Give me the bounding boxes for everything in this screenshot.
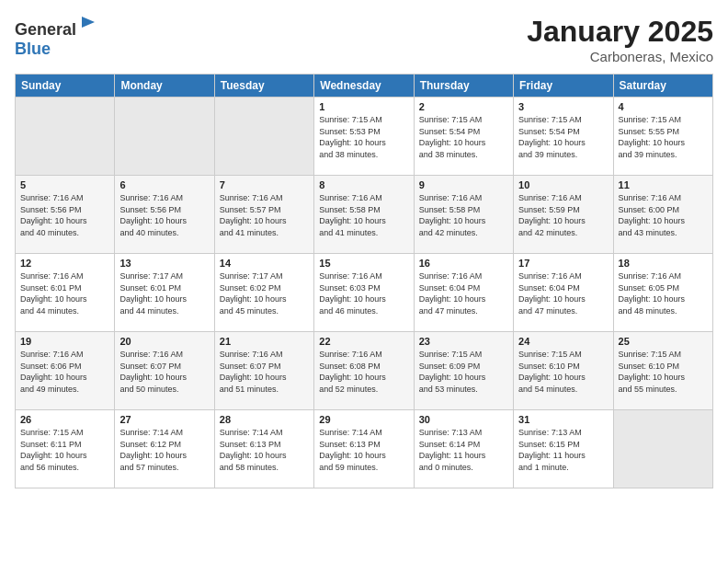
calendar-day-cell: 21Sunrise: 7:16 AM Sunset: 6:07 PM Dayli… (214, 332, 313, 410)
page-header: General Blue January 2025 Carboneras, Me… (15, 15, 713, 64)
day-of-week-header: Thursday (414, 75, 513, 98)
day-info: Sunrise: 7:13 AM Sunset: 6:15 PM Dayligh… (518, 427, 608, 473)
day-number: 10 (518, 179, 608, 190)
calendar-day-cell: 7Sunrise: 7:16 AM Sunset: 5:57 PM Daylig… (214, 176, 313, 254)
logo-flag-icon (78, 15, 98, 35)
calendar-day-cell: 14Sunrise: 7:17 AM Sunset: 6:02 PM Dayli… (214, 254, 313, 332)
logo-general: General (15, 20, 76, 39)
day-of-week-header: Wednesday (314, 75, 414, 98)
day-info: Sunrise: 7:16 AM Sunset: 6:04 PM Dayligh… (518, 270, 608, 316)
day-info: Sunrise: 7:14 AM Sunset: 6:13 PM Dayligh… (220, 427, 309, 473)
day-of-week-header: Saturday (613, 75, 712, 98)
month-title: January 2025 (527, 15, 713, 49)
day-info: Sunrise: 7:16 AM Sunset: 6:08 PM Dayligh… (319, 349, 408, 395)
day-number: 24 (518, 336, 608, 347)
location-title: Carboneras, Mexico (527, 49, 713, 64)
day-number: 31 (518, 414, 608, 425)
day-number: 28 (220, 414, 309, 425)
day-number: 17 (518, 258, 608, 269)
day-number: 23 (419, 336, 508, 347)
calendar-day-cell: 19Sunrise: 7:16 AM Sunset: 6:06 PM Dayli… (16, 332, 115, 410)
day-info: Sunrise: 7:16 AM Sunset: 5:59 PM Dayligh… (518, 192, 608, 238)
day-number: 29 (319, 414, 408, 425)
day-info: Sunrise: 7:16 AM Sunset: 6:03 PM Dayligh… (319, 270, 408, 316)
calendar-day-cell (115, 98, 214, 176)
day-info: Sunrise: 7:16 AM Sunset: 5:58 PM Dayligh… (319, 192, 408, 238)
calendar-header-row: SundayMondayTuesdayWednesdayThursdayFrid… (16, 75, 713, 98)
calendar-day-cell: 6Sunrise: 7:16 AM Sunset: 5:56 PM Daylig… (115, 176, 214, 254)
calendar-day-cell (214, 98, 313, 176)
day-of-week-header: Sunday (16, 75, 115, 98)
calendar-day-cell: 9Sunrise: 7:16 AM Sunset: 5:58 PM Daylig… (414, 176, 513, 254)
day-info: Sunrise: 7:16 AM Sunset: 6:07 PM Dayligh… (220, 349, 309, 395)
logo-blue: Blue (15, 40, 51, 58)
day-info: Sunrise: 7:15 AM Sunset: 5:53 PM Dayligh… (319, 114, 408, 160)
day-info: Sunrise: 7:15 AM Sunset: 6:09 PM Dayligh… (419, 349, 508, 395)
calendar-day-cell: 10Sunrise: 7:16 AM Sunset: 5:59 PM Dayli… (514, 176, 613, 254)
day-number: 13 (119, 258, 209, 269)
day-info: Sunrise: 7:16 AM Sunset: 5:58 PM Dayligh… (419, 192, 508, 238)
calendar-week-row: 1Sunrise: 7:15 AM Sunset: 5:53 PM Daylig… (16, 98, 713, 176)
day-number: 2 (419, 101, 508, 112)
calendar-day-cell: 12Sunrise: 7:16 AM Sunset: 6:01 PM Dayli… (16, 254, 115, 332)
calendar-day-cell: 28Sunrise: 7:14 AM Sunset: 6:13 PM Dayli… (214, 410, 313, 488)
calendar-day-cell: 31Sunrise: 7:13 AM Sunset: 6:15 PM Dayli… (514, 410, 613, 488)
calendar-week-row: 26Sunrise: 7:15 AM Sunset: 6:11 PM Dayli… (16, 410, 713, 488)
day-info: Sunrise: 7:15 AM Sunset: 6:10 PM Dayligh… (619, 349, 708, 395)
title-block: January 2025 Carboneras, Mexico (527, 15, 713, 64)
day-of-week-header: Tuesday (214, 75, 313, 98)
day-info: Sunrise: 7:16 AM Sunset: 5:56 PM Dayligh… (20, 192, 109, 238)
day-info: Sunrise: 7:15 AM Sunset: 6:10 PM Dayligh… (518, 349, 608, 395)
day-info: Sunrise: 7:16 AM Sunset: 6:07 PM Dayligh… (119, 349, 209, 395)
day-info: Sunrise: 7:15 AM Sunset: 5:55 PM Dayligh… (619, 114, 708, 160)
calendar-day-cell: 26Sunrise: 7:15 AM Sunset: 6:11 PM Dayli… (16, 410, 115, 488)
day-of-week-header: Friday (514, 75, 613, 98)
day-number: 30 (419, 414, 508, 425)
svg-marker-0 (82, 17, 95, 28)
calendar-day-cell: 1Sunrise: 7:15 AM Sunset: 5:53 PM Daylig… (314, 98, 414, 176)
calendar-day-cell: 16Sunrise: 7:16 AM Sunset: 6:04 PM Dayli… (414, 254, 513, 332)
calendar-week-row: 5Sunrise: 7:16 AM Sunset: 5:56 PM Daylig… (16, 176, 713, 254)
calendar-day-cell: 18Sunrise: 7:16 AM Sunset: 6:05 PM Dayli… (613, 254, 712, 332)
day-number: 20 (119, 336, 209, 347)
day-info: Sunrise: 7:16 AM Sunset: 5:56 PM Dayligh… (119, 192, 209, 238)
calendar-day-cell: 20Sunrise: 7:16 AM Sunset: 6:07 PM Dayli… (115, 332, 214, 410)
day-info: Sunrise: 7:14 AM Sunset: 6:13 PM Dayligh… (319, 427, 408, 473)
day-info: Sunrise: 7:16 AM Sunset: 6:01 PM Dayligh… (20, 270, 109, 316)
day-number: 11 (619, 179, 708, 190)
day-number: 7 (220, 179, 309, 190)
day-info: Sunrise: 7:15 AM Sunset: 6:11 PM Dayligh… (20, 427, 109, 473)
day-info: Sunrise: 7:16 AM Sunset: 6:04 PM Dayligh… (419, 270, 508, 316)
calendar-day-cell: 24Sunrise: 7:15 AM Sunset: 6:10 PM Dayli… (514, 332, 613, 410)
day-number: 27 (119, 414, 209, 425)
calendar-day-cell: 13Sunrise: 7:17 AM Sunset: 6:01 PM Dayli… (115, 254, 214, 332)
day-number: 15 (319, 258, 408, 269)
calendar-day-cell: 4Sunrise: 7:15 AM Sunset: 5:55 PM Daylig… (613, 98, 712, 176)
calendar-day-cell: 29Sunrise: 7:14 AM Sunset: 6:13 PM Dayli… (314, 410, 414, 488)
day-number: 22 (319, 336, 408, 347)
day-info: Sunrise: 7:16 AM Sunset: 6:06 PM Dayligh… (20, 349, 109, 395)
calendar-day-cell: 25Sunrise: 7:15 AM Sunset: 6:10 PM Dayli… (613, 332, 712, 410)
day-number: 26 (20, 414, 109, 425)
day-info: Sunrise: 7:15 AM Sunset: 5:54 PM Dayligh… (518, 114, 608, 160)
calendar-day-cell: 22Sunrise: 7:16 AM Sunset: 6:08 PM Dayli… (314, 332, 414, 410)
day-info: Sunrise: 7:17 AM Sunset: 6:02 PM Dayligh… (220, 270, 309, 316)
calendar-day-cell: 27Sunrise: 7:14 AM Sunset: 6:12 PM Dayli… (115, 410, 214, 488)
logo-text: General Blue (15, 15, 98, 59)
day-number: 21 (220, 336, 309, 347)
day-info: Sunrise: 7:13 AM Sunset: 6:14 PM Dayligh… (419, 427, 508, 473)
day-number: 25 (619, 336, 708, 347)
calendar-week-row: 12Sunrise: 7:16 AM Sunset: 6:01 PM Dayli… (16, 254, 713, 332)
day-number: 9 (419, 179, 508, 190)
day-number: 5 (20, 179, 109, 190)
day-number: 6 (119, 179, 209, 190)
day-number: 19 (20, 336, 109, 347)
calendar-day-cell: 2Sunrise: 7:15 AM Sunset: 5:54 PM Daylig… (414, 98, 513, 176)
day-of-week-header: Monday (115, 75, 214, 98)
day-info: Sunrise: 7:15 AM Sunset: 5:54 PM Dayligh… (419, 114, 508, 160)
day-info: Sunrise: 7:16 AM Sunset: 6:00 PM Dayligh… (619, 192, 708, 238)
day-number: 1 (319, 101, 408, 112)
day-number: 18 (619, 258, 708, 269)
calendar-day-cell: 3Sunrise: 7:15 AM Sunset: 5:54 PM Daylig… (514, 98, 613, 176)
day-number: 4 (619, 101, 708, 112)
